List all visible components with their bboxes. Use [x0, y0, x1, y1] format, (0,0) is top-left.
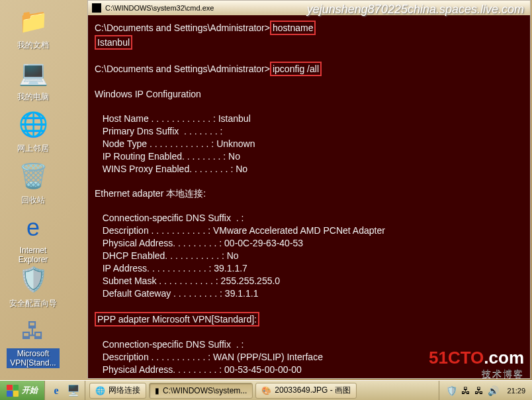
tray-volume-icon[interactable]: 🔊: [488, 385, 499, 396]
prompt2: C:\Documents and Settings\Administrator>: [95, 63, 270, 75]
desktop-icon-label: Internet Explorer: [7, 245, 60, 265]
desktop-icon-label: 我的电脑: [15, 91, 51, 103]
desktop-glyph-icon: 🛡️: [17, 264, 49, 295]
task-label: C:\WINDOWS\system...: [163, 386, 247, 395]
eth-ip: IP Address. . . . . . . . . . . . : 39.1…: [95, 263, 247, 274]
desktop-icon-1[interactable]: 💻我的电脑: [7, 57, 60, 103]
watermark: yejunsheng870225china.spaces.live.com: [307, 3, 524, 17]
cmd-title-icon: [92, 3, 101, 13]
cmd-hostname: hostname: [270, 21, 316, 35]
ll-pds: Primary Dns Suffix . . . . . . . :: [95, 126, 222, 136]
task-icon: ▮: [155, 386, 159, 395]
cmd-window[interactable]: C:\WINDOWS\system32\cmd.exe C:\Documents…: [87, 0, 531, 379]
eth-mask: Subnet Mask . . . . . . . . . . . : 255.…: [95, 275, 280, 286]
tray-network2-icon[interactable]: 🖧: [474, 385, 484, 396]
ll-wins: WINS Proxy Enabled. . . . . . . . : No: [95, 164, 247, 174]
eth-mac: Physical Address. . . . . . . . . : 00-0…: [95, 238, 303, 248]
ll-host: Host Name . . . . . . . . . . . . : Ista…: [95, 113, 251, 124]
site-logo: 51CTO.com 技术博客: [429, 348, 524, 380]
start-button[interactable]: 开始: [0, 381, 45, 400]
desktop-icon-label: Microsoft VPN[Stand...: [7, 348, 60, 368]
desktop-glyph-icon: 🗑️: [17, 160, 49, 192]
desktop-icon-5[interactable]: 🛡️安全配置向导: [7, 264, 60, 310]
desktop-icon-4[interactable]: еInternet Explorer: [7, 212, 60, 265]
start-label: 开始: [22, 385, 38, 396]
section-ipcfg: Windows IP Configuration: [95, 89, 201, 99]
eth-dns: Connection-specific DNS Suffix . :: [95, 213, 244, 223]
tray-shield-icon[interactable]: 🛡️: [446, 385, 457, 396]
task-label: 20033649.JPG - 画图: [275, 385, 351, 396]
desktop-icon-label: 网上邻居: [15, 142, 51, 155]
ll-node: Node Type . . . . . . . . . . . . : Unkn…: [95, 138, 255, 149]
out-hostname: Istanbul: [95, 35, 132, 50]
desktop-icon-3[interactable]: 🗑️回收站: [7, 160, 60, 207]
cmd-output[interactable]: C:\Documents and Settings\Administrator>…: [88, 15, 530, 378]
cmd-ipconfig: ipconfig /all: [270, 62, 322, 76]
task-icon: 🎨: [261, 386, 271, 395]
system-tray: 🛡️ 🖧 🖧 🔊 21:29: [439, 381, 532, 400]
ppp-desc: Description . . . . . . . . . . . : WAN …: [95, 352, 323, 362]
task-buttons: 🌐网络连接▮C:\WINDOWS\system...🎨20033649.JPG …: [85, 381, 439, 400]
eth-desc: Description . . . . . . . . . . . : VMwa…: [95, 225, 385, 236]
desktop-icon-6[interactable]: 🖧Microsoft VPN[Stand...: [7, 315, 60, 368]
desktop-glyph-icon: 🖧: [17, 315, 49, 347]
desktop-glyph-icon: е: [17, 212, 49, 244]
ppp-dhcp: DHCP Enabled. . . . . . . . . . . : No: [95, 377, 239, 378]
task-button-1[interactable]: ▮C:\WINDOWS\system...: [149, 383, 253, 399]
desktop-icon-label: 安全配置向导: [7, 297, 59, 310]
task-icon: 🌐: [95, 386, 105, 395]
windows-flag-icon: [7, 385, 19, 397]
ll-ipr: IP Routing Enabled. . . . . . . . : No: [95, 151, 240, 162]
desktop-icon-2[interactable]: 🌐网上邻居: [7, 109, 60, 155]
ppp-dns: Connection-specific DNS Suffix . :: [95, 339, 244, 350]
desktop-icon-0[interactable]: 📁我的文档: [7, 5, 60, 52]
tray-clock[interactable]: 21:29: [503, 387, 525, 395]
desktop-glyph-icon: 🌐: [17, 109, 49, 140]
tray-network-icon[interactable]: 🖧: [461, 385, 470, 396]
task-button-2[interactable]: 🎨20033649.JPG - 画图: [255, 383, 357, 399]
desktop-icon-label: 我的文档: [15, 39, 51, 52]
task-button-0[interactable]: 🌐网络连接: [89, 383, 146, 399]
ie-quick-icon[interactable]: e: [49, 383, 64, 398]
quick-launch: e 🖥️: [45, 381, 85, 400]
desktop-glyph-icon: 📁: [17, 5, 49, 37]
section-eth: Ethernet adapter 本地连接:: [95, 188, 206, 199]
ppp-mac: Physical Address. . . . . . . . . : 00-5…: [95, 364, 302, 375]
desktop-icon-label: 回收站: [19, 194, 47, 207]
section-ppp: PPP adapter Microsoft VPN[Standard]:: [95, 312, 259, 326]
eth-gw: Default Gateway . . . . . . . . . : 39.1…: [95, 288, 258, 299]
eth-dhcp: DHCP Enabled. . . . . . . . . . . : No: [95, 250, 239, 261]
task-label: 网络连接: [109, 385, 140, 396]
cmd-title-text: C:\WINDOWS\system32\cmd.exe: [105, 4, 214, 12]
prompt1: C:\Documents and Settings\Administrator>: [95, 22, 270, 34]
desktop-glyph-icon: 💻: [17, 57, 49, 89]
desktop-quick-icon[interactable]: 🖥️: [66, 383, 81, 398]
taskbar: 开始 e 🖥️ 🌐网络连接▮C:\WINDOWS\system...🎨20033…: [0, 380, 532, 400]
